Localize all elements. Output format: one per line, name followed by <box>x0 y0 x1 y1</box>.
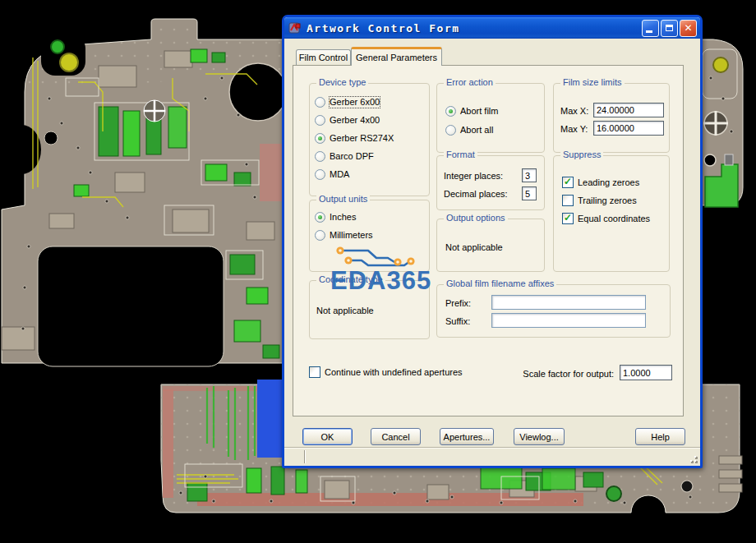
apertures-button[interactable]: Apertures... <box>440 428 494 445</box>
group-caption: Output options <box>444 213 508 223</box>
radio-mda[interactable]: MDA <box>315 169 349 180</box>
scale-factor-label: Scale factor for output: <box>517 369 614 379</box>
group-caption: Global film filename affixes <box>444 278 556 288</box>
radio-label: Millimeters <box>330 230 373 241</box>
output-units-group: Output units Inches Millimeters <box>309 200 430 272</box>
radio-gerber-6x00[interactable]: Gerber 6x00 <box>315 97 380 108</box>
coordinate-type-group: Coordinate type Not applicable <box>309 280 430 339</box>
cancel-button[interactable]: Cancel <box>371 428 421 445</box>
radio-indicator <box>315 115 325 126</box>
help-button[interactable]: Help <box>635 428 685 445</box>
max-y-label: Max Y: <box>560 124 588 134</box>
ok-button[interactable]: OK <box>302 428 353 445</box>
app-icon <box>288 21 302 35</box>
checkbox-trailing-zeroes[interactable]: Trailing zeroes <box>562 195 637 206</box>
checkbox-label: Trailing zeroes <box>578 196 637 206</box>
checkbox-indicator <box>562 195 574 206</box>
window-titlebar[interactable]: Artwork Control Form ✕ <box>284 17 700 39</box>
radio-abort-film[interactable]: Abort film <box>445 106 498 117</box>
checkbox-label: Leading zeroes <box>578 177 639 188</box>
radio-label: Gerber RS274X <box>330 133 394 144</box>
radio-label: Abort film <box>460 106 498 117</box>
radio-label: Barco DPF <box>330 151 374 162</box>
window-title: Artwork Control Form <box>307 22 460 35</box>
checkbox-equal-coordinates[interactable]: Equal coordinates <box>562 213 650 224</box>
radio-label: Gerber 6x00 <box>330 97 380 108</box>
dialog-statusbar <box>284 447 700 466</box>
error-action-group: Error action Abort film Abort all <box>436 83 545 153</box>
radio-gerber-rs274x[interactable]: Gerber RS274X <box>315 133 394 144</box>
filename-affixes-group: Global film filename affixes Prefix: Suf… <box>436 284 671 338</box>
viewlog-button[interactable]: Viewlog... <box>514 428 565 445</box>
radio-label: Inches <box>330 212 356 223</box>
radio-inches[interactable]: Inches <box>315 212 356 223</box>
suffix-label: Suffix: <box>445 316 470 326</box>
decimal-places-label: Decimal places: <box>444 189 508 199</box>
group-caption: Format <box>444 150 477 159</box>
button-label: Help <box>651 432 670 442</box>
checkbox-leading-zeroes[interactable]: Leading zeroes <box>562 177 639 188</box>
tab-label: General Parameters <box>356 53 437 62</box>
radio-gerber-4x00[interactable]: Gerber 4x00 <box>315 115 380 126</box>
output-options-group: Output options Not applicable <box>436 219 545 272</box>
checkbox-label: Continue with undefined apertures <box>325 367 463 378</box>
max-x-input[interactable] <box>593 103 664 117</box>
suffix-input[interactable] <box>491 313 646 328</box>
integer-places-input[interactable] <box>522 168 537 182</box>
radio-indicator <box>315 97 325 108</box>
radio-millimeters[interactable]: Millimeters <box>315 230 373 241</box>
artwork-control-form-window: Artwork Control Form ✕ Film Control Gene… <box>282 15 703 468</box>
radio-indicator <box>315 230 325 241</box>
suppress-group: Suppress Leading zeroes Trailing zeroes … <box>553 155 670 272</box>
scale-factor-input[interactable] <box>620 365 672 380</box>
checkbox-indicator <box>562 177 574 188</box>
minimize-button[interactable] <box>642 20 659 37</box>
maximize-button[interactable] <box>661 20 678 37</box>
format-group: Format Integer places: Decimal places: <box>436 155 545 210</box>
minimize-icon <box>646 30 652 33</box>
radio-label: Gerber 4x00 <box>330 115 380 126</box>
max-y-input[interactable] <box>593 121 664 136</box>
prefix-input[interactable] <box>491 295 646 310</box>
radio-label: MDA <box>330 169 349 180</box>
statusbar-separator <box>304 450 306 463</box>
integer-places-label: Integer places: <box>444 171 503 181</box>
tab-general-parameters[interactable]: General Parameters <box>351 47 442 66</box>
button-label: OK <box>321 432 334 442</box>
radio-abort-all[interactable]: Abort all <box>445 125 493 136</box>
coordinate-type-value: Not applicable <box>316 306 374 315</box>
maximize-icon <box>666 25 673 31</box>
group-caption: Error action <box>444 77 496 87</box>
group-caption: Output units <box>316 194 370 204</box>
radio-label: Abort all <box>460 125 493 136</box>
radio-indicator <box>315 151 325 162</box>
close-button[interactable]: ✕ <box>680 20 697 37</box>
general-parameters-page: Device type Gerber 6x00 Gerber 4x00 Gerb… <box>293 65 684 416</box>
resize-grip-icon[interactable] <box>687 453 698 464</box>
group-caption: Coordinate type <box>316 274 385 284</box>
radio-indicator <box>315 212 325 223</box>
group-caption: Device type <box>316 77 368 87</box>
radio-barco-dpf[interactable]: Barco DPF <box>315 151 374 162</box>
button-label: Apertures... <box>444 432 491 442</box>
button-label: Viewlog... <box>519 432 559 442</box>
output-options-value: Not applicable <box>445 242 503 252</box>
prefix-label: Prefix: <box>445 298 471 308</box>
radio-indicator <box>315 169 325 180</box>
button-label: Cancel <box>381 432 409 442</box>
max-x-label: Max X: <box>560 106 588 116</box>
radio-indicator <box>445 106 456 117</box>
close-icon: ✕ <box>684 23 692 33</box>
radio-indicator <box>445 125 456 136</box>
checkbox-label: Equal coordinates <box>578 214 650 224</box>
decimal-places-input[interactable] <box>522 186 537 200</box>
tab-film-control[interactable]: Film Control <box>296 49 351 65</box>
checkbox-continue-undefined-apertures[interactable]: Continue with undefined apertures <box>309 366 463 378</box>
checkbox-indicator <box>562 213 574 224</box>
group-caption: Film size limits <box>560 77 625 87</box>
device-type-group: Device type Gerber 6x00 Gerber 4x00 Gerb… <box>309 83 430 196</box>
checkbox-indicator <box>309 366 320 378</box>
group-caption: Suppress <box>560 150 603 159</box>
tab-label: Film Control <box>299 53 348 62</box>
radio-indicator <box>315 133 325 144</box>
